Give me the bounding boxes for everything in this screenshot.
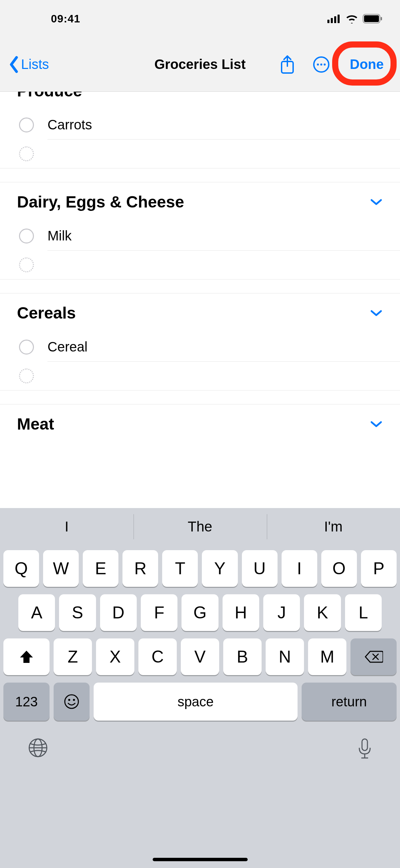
- key-e[interactable]: E: [83, 550, 118, 587]
- key-z[interactable]: Z: [54, 638, 92, 675]
- key-s[interactable]: S: [59, 594, 96, 631]
- page-title: Groceries List: [154, 57, 246, 72]
- reminder-item[interactable]: Carrots: [0, 110, 400, 139]
- new-reminder-toggle: [19, 368, 34, 383]
- chevron-down-icon[interactable]: [369, 309, 383, 317]
- key-backspace[interactable]: [350, 638, 397, 675]
- section-title: Meat: [17, 415, 54, 433]
- key-t[interactable]: T: [162, 550, 198, 587]
- status-bar: 09:41: [0, 0, 400, 37]
- key-a[interactable]: A: [18, 594, 55, 631]
- keyboard[interactable]: I The I'm Q W E R T Y U I O P A S D F G …: [0, 508, 400, 868]
- section-header[interactable]: Dairy, Eggs & Cheese: [0, 182, 400, 221]
- keyboard-footer: [0, 727, 400, 784]
- dictation-button[interactable]: [357, 737, 373, 763]
- more-button[interactable]: [311, 54, 331, 75]
- key-y[interactable]: Y: [202, 550, 237, 587]
- key-d[interactable]: D: [100, 594, 137, 631]
- home-indicator[interactable]: [153, 858, 248, 861]
- key-c[interactable]: C: [138, 638, 177, 675]
- key-shift[interactable]: [3, 638, 50, 675]
- key-return[interactable]: return: [302, 683, 397, 721]
- section-title: Produce: [17, 92, 82, 100]
- reminder-title[interactable]: Cereal: [47, 339, 88, 355]
- svg-rect-5: [364, 15, 379, 22]
- shift-icon: [19, 649, 34, 664]
- key-h[interactable]: H: [223, 594, 259, 631]
- key-u[interactable]: U: [242, 550, 278, 587]
- key-n[interactable]: N: [266, 638, 304, 675]
- suggestion[interactable]: I: [0, 508, 133, 545]
- wifi-icon: [345, 14, 359, 23]
- key-k[interactable]: K: [304, 594, 341, 631]
- share-button[interactable]: [277, 54, 298, 75]
- new-reminder-row[interactable]: [0, 140, 400, 168]
- section-produce: Produce Carrots: [0, 92, 400, 168]
- back-button[interactable]: Lists: [8, 56, 49, 73]
- key-v[interactable]: V: [181, 638, 219, 675]
- svg-point-12: [324, 64, 326, 66]
- key-m[interactable]: M: [308, 638, 346, 675]
- svg-rect-1: [331, 18, 333, 23]
- nav-bar: Lists Groceries List Done: [0, 37, 400, 92]
- back-label: Lists: [21, 57, 49, 72]
- chevron-down-icon[interactable]: [369, 420, 383, 428]
- list-content[interactable]: Produce Carrots Dairy, Eggs & Cheese Mil…: [0, 92, 400, 508]
- chevron-down-icon[interactable]: [369, 198, 383, 206]
- emoji-icon: [63, 693, 80, 710]
- key-o[interactable]: O: [321, 550, 357, 587]
- done-button[interactable]: Done: [345, 53, 388, 75]
- battery-icon: [363, 14, 383, 23]
- key-i[interactable]: I: [282, 550, 317, 587]
- svg-point-17: [73, 699, 75, 701]
- svg-point-11: [320, 64, 322, 66]
- reminder-title[interactable]: Carrots: [47, 117, 92, 132]
- key-f[interactable]: F: [141, 594, 177, 631]
- new-reminder-row[interactable]: [0, 251, 400, 279]
- svg-rect-3: [338, 15, 340, 23]
- section-dairy: Dairy, Eggs & Cheese Milk: [0, 182, 400, 279]
- globe-button[interactable]: [27, 737, 49, 760]
- reminder-item[interactable]: Milk: [0, 221, 400, 250]
- key-p[interactable]: P: [361, 550, 397, 587]
- new-reminder-toggle: [19, 257, 34, 272]
- key-row-1: Q W E R T Y U I O P: [3, 550, 397, 587]
- ellipsis-circle-icon: [313, 56, 330, 73]
- section-cereals: Cereals Cereal: [0, 293, 400, 391]
- suggestion[interactable]: The: [133, 508, 267, 545]
- key-x[interactable]: X: [96, 638, 134, 675]
- status-icons: [327, 14, 383, 23]
- new-reminder-row[interactable]: [0, 362, 400, 390]
- svg-rect-21: [362, 739, 367, 751]
- key-g[interactable]: G: [182, 594, 218, 631]
- key-w[interactable]: W: [43, 550, 79, 587]
- key-emoji[interactable]: [54, 683, 90, 721]
- key-row-bottom: 123 space return: [0, 683, 400, 727]
- key-b[interactable]: B: [223, 638, 262, 675]
- svg-rect-2: [334, 16, 336, 23]
- globe-icon: [27, 737, 49, 759]
- cellular-icon: [327, 14, 341, 23]
- svg-point-15: [65, 695, 78, 708]
- chevron-left-icon: [8, 56, 20, 73]
- reminder-item[interactable]: Cereal: [0, 332, 400, 361]
- svg-point-16: [68, 699, 70, 701]
- complete-toggle[interactable]: [19, 340, 34, 355]
- section-meat: Meat: [0, 404, 400, 440]
- section-header[interactable]: Produce: [0, 92, 400, 110]
- suggestion-bar: I The I'm: [0, 508, 400, 545]
- complete-toggle[interactable]: [19, 229, 34, 243]
- key-numbers[interactable]: 123: [3, 683, 50, 721]
- suggestion[interactable]: I'm: [267, 508, 400, 545]
- complete-toggle[interactable]: [19, 117, 34, 132]
- key-space[interactable]: space: [94, 683, 298, 721]
- reminder-title[interactable]: Milk: [47, 228, 72, 243]
- key-q[interactable]: Q: [3, 550, 39, 587]
- key-r[interactable]: R: [122, 550, 158, 587]
- key-j[interactable]: J: [263, 594, 300, 631]
- new-reminder-toggle: [19, 146, 34, 161]
- key-l[interactable]: L: [345, 594, 382, 631]
- section-header[interactable]: Meat: [0, 404, 400, 440]
- section-header[interactable]: Cereals: [0, 293, 400, 332]
- status-time: 09:41: [51, 13, 80, 25]
